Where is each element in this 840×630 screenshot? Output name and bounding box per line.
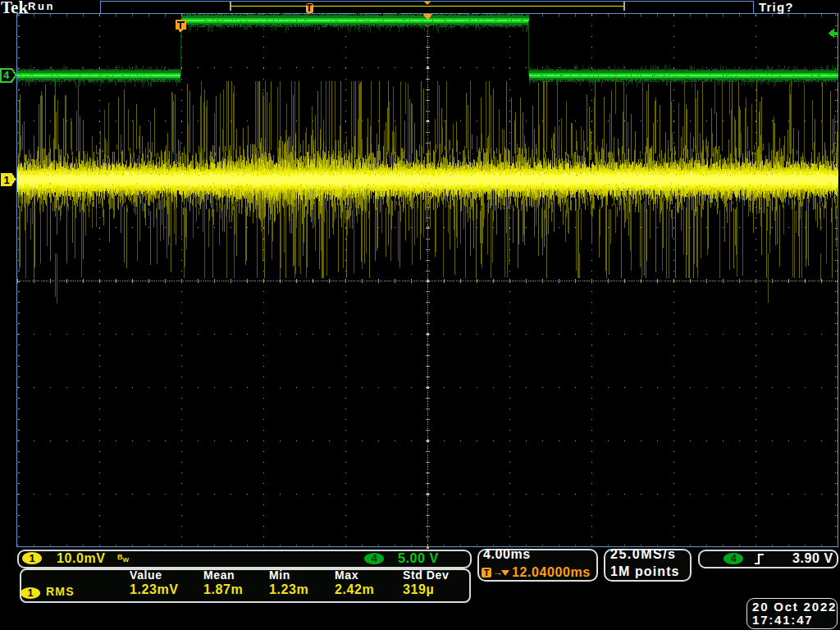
svg-text:1: 1 bbox=[3, 174, 9, 186]
svg-text:4: 4 bbox=[3, 69, 10, 81]
